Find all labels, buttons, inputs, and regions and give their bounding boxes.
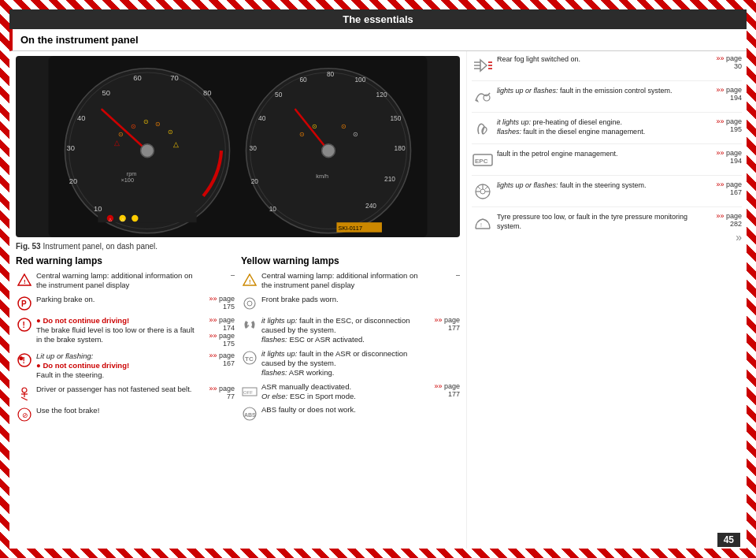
header-bar: The essentials (9, 9, 747, 29)
fig-caption: Fig. 53 Instrument panel, on dash panel. (9, 240, 466, 252)
lamp-text: Lit up or flashing:● Do not continue dri… (36, 352, 200, 381)
lamp-page: »» page174»» page175 (203, 316, 235, 348)
lamp-text: Driver or passenger has not fastened sea… (36, 385, 200, 394)
svg-point-44 (322, 144, 335, 158)
svg-point-70 (247, 301, 252, 306)
svg-text:⊙: ⊙ (143, 117, 149, 125)
svg-text:EPC: EPC (475, 158, 488, 165)
asr-off-icon: OFF (241, 382, 258, 400)
svg-text:⊙: ⊙ (341, 122, 346, 130)
lamp-page: »» page167 (203, 352, 235, 367)
svg-text:!: ! (23, 321, 25, 329)
svg-text:⊙: ⊙ (155, 120, 161, 128)
brake-pads-icon (241, 295, 258, 312)
lamp-page: »» page167 (712, 180, 742, 196)
body-area: 10 20 30 40 50 60 70 80 rpm ×100 (9, 51, 747, 549)
svg-text:80: 80 (327, 70, 335, 78)
steering-system-icon (472, 180, 494, 203)
svg-text:80: 80 (203, 88, 211, 97)
svg-text:△: △ (114, 138, 120, 147)
svg-text:⊘: ⊘ (22, 411, 28, 419)
section-title: On the instrument panel (9, 29, 747, 51)
svg-text:20: 20 (251, 177, 259, 185)
list-item: OFF ASR manually deactivated.Or else: ES… (241, 382, 460, 402)
steering-warning-icon: ! ⬤ (16, 352, 33, 369)
lamp-text: it lights up: fault in the ASR or discon… (261, 349, 425, 378)
list-item: TC it lights up: fault in the ASR or dis… (241, 349, 460, 378)
list-item: P Parking brake on. »» page175 (16, 295, 235, 312)
svg-text:30: 30 (250, 144, 258, 152)
svg-text:30: 30 (67, 143, 75, 152)
right-panel: Rear fog light switched on. »» page30 li… (466, 51, 747, 549)
brake-fault-icon: ! (16, 316, 33, 333)
lamp-text: Rear fog light switched on. (497, 54, 709, 64)
svg-text:100: 100 (354, 76, 365, 84)
svg-text:km/h: km/h (316, 173, 328, 180)
list-item: EPC fault in the petrol engine managemen… (472, 149, 742, 176)
svg-point-12 (141, 144, 154, 158)
svg-text:⊙: ⊙ (312, 122, 317, 130)
epc-icon: EPC (472, 149, 494, 171)
svg-text:180: 180 (395, 144, 406, 152)
svg-text:!: ! (24, 278, 26, 285)
list-item: ⊘ Use the foot brake! (16, 406, 235, 423)
yellow-lamps-column: Yellow warning lamps ! Central warning l… (241, 255, 460, 545)
svg-text:210: 210 (384, 175, 395, 183)
fig-text: Instrument panel, on dash panel. (43, 242, 158, 251)
list-item: Front brake pads worn. (241, 295, 460, 312)
left-panel: 10 20 30 40 50 60 70 80 rpm ×100 (9, 51, 466, 549)
svg-line-92 (477, 186, 480, 189)
esc-icon: ✦ (241, 316, 258, 333)
svg-text:OFF: OFF (243, 390, 253, 395)
svg-text:ABS: ABS (244, 412, 256, 418)
lamp-text: lights up or flashes: fault in the emiss… (497, 86, 709, 95)
section-title-text: On the instrument panel (20, 34, 139, 46)
abs-icon: ABS (241, 405, 258, 422)
lamp-text: it lights up: fault in the ESC, or disco… (261, 316, 425, 345)
svg-text:!: ! (480, 222, 482, 228)
lamp-text: lights up or flashes: fault in the steer… (497, 180, 709, 190)
foot-brake-icon: ⊘ (16, 406, 33, 423)
list-item: lights up or flashes: fault in the steer… (472, 180, 742, 207)
main-content: The essentials On the instrument panel 1… (9, 9, 747, 549)
list-item: ! Central warning lamp: additional infor… (16, 271, 235, 291)
lamp-page: »» page77 (203, 385, 235, 400)
lamp-text: ABS faulty or does not work. (261, 405, 425, 415)
emission-icon (472, 86, 494, 108)
yellow-triangle-icon: ! (241, 271, 258, 288)
svg-text:SKI-0117: SKI-0117 (339, 225, 362, 232)
lamp-page: »» page194 (712, 86, 742, 102)
svg-text:⊙: ⊙ (131, 122, 136, 130)
svg-text:×100: ×100 (121, 177, 134, 184)
svg-text:△: △ (109, 217, 112, 221)
svg-text:70: 70 (170, 73, 178, 82)
svg-text:P: P (21, 299, 27, 308)
fig-label: Fig. 53 (16, 242, 41, 251)
triangle-warning-icon: ! (16, 271, 33, 288)
svg-text:40: 40 (258, 114, 266, 122)
svg-text:60: 60 (299, 76, 307, 84)
svg-text:⬤: ⬤ (19, 355, 24, 361)
lamp-page: »» page194 (712, 149, 742, 165)
warning-lamps-area: Red warning lamps ! Central warning lamp… (9, 252, 466, 549)
lamp-page: »» page177 (428, 316, 460, 332)
lamp-text: Parking brake on. (36, 295, 200, 304)
lamp-page: »» page177 (428, 382, 460, 398)
svg-point-88 (480, 189, 485, 194)
svg-text:⊙: ⊙ (168, 128, 173, 136)
list-item: ✦ it lights up: fault in the ESC, or dis… (241, 316, 460, 345)
svg-text:20: 20 (69, 177, 77, 185)
list-item: Driver or passenger has not fastened sea… (16, 385, 235, 402)
lamp-text: Central warning lamp: additional informa… (261, 271, 425, 291)
svg-text:⊙: ⊙ (299, 130, 305, 138)
lamp-text: Front brake pads worn. (261, 295, 425, 304)
lamp-page: »» page30 (712, 54, 742, 70)
tc-icon: TC (241, 349, 258, 366)
lamp-text: Central warning lamp: additional informa… (36, 271, 200, 291)
lamp-text: ● Do not continue driving!The brake flui… (36, 316, 200, 345)
lamp-text: Use the foot brake! (36, 406, 200, 415)
svg-line-64 (21, 397, 28, 400)
list-item: it lights up: pre-heating of diesel engi… (472, 117, 742, 144)
yellow-lamps-title: Yellow warning lamps (241, 255, 460, 266)
lamp-page: »» page175 (203, 295, 235, 311)
